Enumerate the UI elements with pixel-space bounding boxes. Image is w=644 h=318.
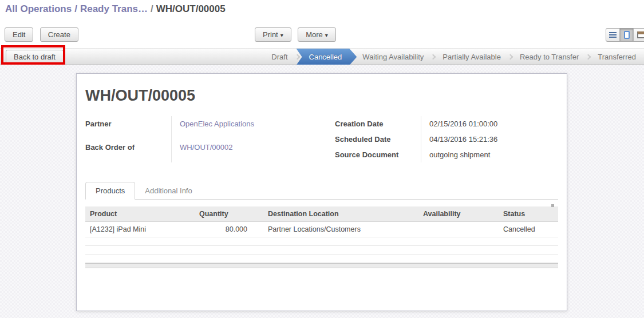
col-header-destination-location[interactable]: Destination Location [263, 206, 418, 222]
col-header-product[interactable]: Product [85, 206, 195, 222]
horizontal-scrollbar[interactable] [85, 263, 558, 268]
calendar-view-button[interactable] [634, 29, 644, 41]
field-group-right: Creation Date 02/15/2016 01:00:00 Schedu… [335, 116, 497, 162]
cell-destination: Partner Locations/Customers [263, 222, 418, 237]
breadcrumb-ready-transfers[interactable]: Ready Trans… [80, 3, 148, 14]
moves-list: Product Quantity Destination Location Av… [85, 206, 558, 268]
more-dropdown-button[interactable]: More▾ [298, 27, 336, 42]
back-to-draft-button[interactable]: Back to draft [6, 50, 64, 64]
creation-date-field-value: 02/15/2016 01:00:00 [421, 116, 497, 132]
breadcrumb-current: WH/OUT/00005 [156, 3, 226, 14]
table-row[interactable]: [A1232] iPad Mini 80.000 Partner Locatio… [85, 222, 558, 237]
field-row: Creation Date 02/15/2016 01:00:00 [335, 116, 497, 132]
table-header-row: Product Quantity Destination Location Av… [85, 206, 558, 222]
list-view-button[interactable] [606, 29, 620, 41]
tab-products[interactable]: Products [85, 182, 135, 200]
record-title: WH/OUT/00005 [85, 87, 558, 105]
edit-button-label: Edit [13, 30, 25, 39]
cell-availability [418, 222, 499, 237]
empty-row [85, 255, 558, 263]
back-order-field-label: Back Order of [85, 140, 171, 163]
field-row: Scheduled Date 04/13/2016 15:21:36 [335, 132, 497, 147]
document-actions: Print▾ More▾ [255, 27, 336, 42]
empty-row [85, 246, 558, 255]
view-switcher [606, 28, 644, 42]
status-pipeline: Draft Cancelled Waiting Availability Par… [263, 49, 644, 65]
col-header-availability[interactable]: Availability [418, 206, 499, 222]
stage-waiting-availability[interactable]: Waiting Availability [354, 53, 432, 61]
moves-table: Product Quantity Destination Location Av… [85, 206, 558, 263]
chevron-down-icon: ▾ [325, 32, 328, 38]
calendar-view-icon [637, 31, 644, 38]
col-header-quantity[interactable]: Quantity [195, 206, 263, 222]
field-row: Partner OpenElec Applications [85, 116, 335, 140]
partner-field-value[interactable]: OpenElec Applications [171, 116, 335, 140]
back-to-draft-label: Back to draft [14, 53, 56, 61]
print-dropdown-button[interactable]: Print▾ [255, 27, 291, 42]
list-view-icon [609, 32, 617, 38]
tab-additional-info[interactable]: Additional Info [135, 182, 202, 199]
partner-field-label: Partner [85, 116, 171, 140]
stage-transferred[interactable]: Transferred [590, 53, 644, 61]
field-group-left: Partner OpenElec Applications Back Order… [85, 116, 335, 162]
empty-row [85, 237, 558, 246]
breadcrumb-separator: / [74, 3, 77, 14]
form-view-button[interactable] [620, 29, 634, 41]
more-button-label: More [306, 30, 323, 39]
creation-date-field-label: Creation Date [335, 116, 421, 132]
breadcrumb-all-operations[interactable]: All Operations [5, 3, 72, 14]
create-button-label: Create [48, 30, 70, 39]
stage-draft[interactable]: Draft [263, 53, 295, 61]
stage-cancelled-active[interactable]: Cancelled [297, 49, 357, 65]
cell-quantity: 80.000 [195, 222, 263, 237]
toolbar: Edit Create Print▾ More▾ [0, 24, 644, 48]
top-bar: All Operations/Ready Trans…/WH/OUT/00005 [0, 0, 644, 24]
chevron-down-icon: ▾ [280, 32, 283, 38]
notebook-tabs: Products Additional Info [85, 181, 558, 200]
source-document-field-label: Source Document [335, 147, 421, 162]
form-view-icon [624, 31, 630, 39]
breadcrumb: All Operations/Ready Trans…/WH/OUT/00005 [5, 3, 639, 15]
print-button-label: Print [263, 30, 278, 39]
field-groups: Partner OpenElec Applications Back Order… [85, 116, 558, 162]
field-row: Source Document outgoing shipment [335, 147, 497, 162]
work-area: WH/OUT/00005 Partner OpenElec Applicatio… [0, 65, 644, 318]
field-row: Back Order of WH/OUT/00002 [85, 140, 335, 163]
scheduled-date-field-value: 04/13/2016 15:21:36 [421, 132, 497, 147]
cell-product: [A1232] iPad Mini [85, 222, 195, 237]
back-order-field-value[interactable]: WH/OUT/00002 [171, 140, 335, 163]
scheduled-date-field-label: Scheduled Date [335, 132, 421, 147]
edit-button[interactable]: Edit [5, 27, 33, 42]
stage-partially-available[interactable]: Partially Available [434, 53, 509, 61]
source-document-field-value: outgoing shipment [421, 147, 497, 162]
column-options-icon[interactable] [551, 204, 554, 207]
create-button[interactable]: Create [40, 27, 78, 42]
stage-ready-to-transfer[interactable]: Ready to Transfer [512, 53, 587, 61]
col-header-status[interactable]: Status [499, 206, 558, 222]
status-bar: Back to draft Draft Cancelled Waiting Av… [0, 48, 644, 65]
cell-status: Cancelled [499, 222, 558, 237]
breadcrumb-separator: / [151, 3, 153, 14]
form-sheet: WH/OUT/00005 Partner OpenElec Applicatio… [76, 73, 567, 311]
